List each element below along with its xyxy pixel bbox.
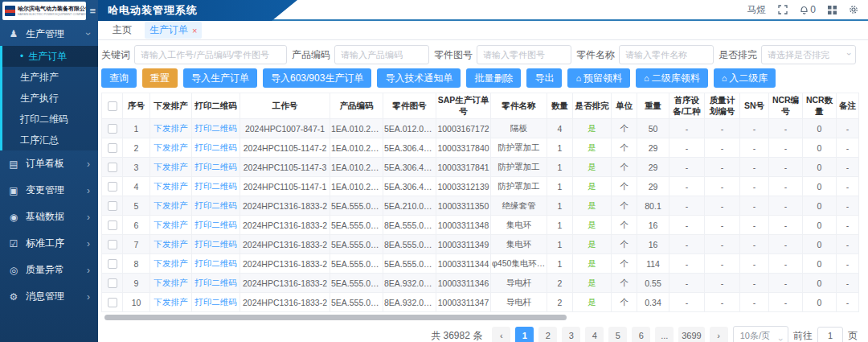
page-number-button[interactable]: ...: [655, 327, 674, 342]
button-label: 入二级库: [729, 72, 768, 85]
sidebar-item-production-mgmt[interactable]: ♟ 生产管理 ›: [0, 22, 98, 46]
secondary-warehouse-in-button[interactable]: ⌂ 入二级库: [714, 68, 776, 88]
row-checkbox[interactable]: [108, 298, 117, 307]
sidebar-item-production-scheduling[interactable]: • 生产排产: [2, 67, 98, 88]
scrollbar-thumb[interactable]: [104, 315, 567, 320]
row-checkbox[interactable]: [108, 220, 117, 230]
part-drawing-no-input[interactable]: [477, 45, 571, 64]
user-menu[interactable]: 马煜: [747, 3, 766, 17]
dispatch-link[interactable]: 下发排产: [154, 239, 188, 249]
keyword-input[interactable]: [134, 45, 287, 64]
dispatch-link[interactable]: 下发排产: [154, 200, 188, 210]
sap-order-no-cell: 10003311347: [436, 293, 491, 312]
query-button[interactable]: 查询: [101, 68, 137, 88]
row-checkbox[interactable]: [108, 278, 117, 288]
fullscreen-icon[interactable]: [778, 5, 788, 14]
print-qr-link[interactable]: 打印二维码: [194, 278, 237, 287]
print-qr-link[interactable]: 打印二维码: [194, 200, 237, 210]
product-code-input[interactable]: [334, 45, 429, 64]
first-equipment-cell: -: [669, 216, 705, 235]
row-checkbox[interactable]: [108, 240, 117, 249]
print-qr-link[interactable]: 打印二维码: [194, 162, 237, 171]
sidebar-menu-list: ▤ 订单看板 › ▣ 变更管理 › ◉ 基础数据 › ☑: [0, 150, 98, 310]
tab-close-icon[interactable]: ×: [192, 26, 197, 35]
table-row: 6 下发排产 打印二维码 2024HPC1316-1833-2 5EA.555.…: [102, 216, 859, 235]
tab-home[interactable]: 主页: [108, 22, 137, 39]
sidebar-item-base-data[interactable]: ◉ 基础数据 ›: [0, 204, 98, 230]
page-number-button[interactable]: 1: [515, 327, 534, 342]
work-no-cell: 2024HPC1316-1833-2: [240, 216, 330, 235]
prev-page-button[interactable]: ‹: [492, 327, 510, 342]
secondary-warehouse-pick-button[interactable]: ⌂ 二级库领料: [636, 68, 708, 88]
dispatch-link[interactable]: 下发排产: [154, 297, 188, 307]
sidebar-item-process-summary[interactable]: • 工序汇总: [2, 130, 98, 150]
print-cell: 打印二维码: [192, 158, 240, 177]
dispatch-link[interactable]: 下发排产: [154, 181, 188, 191]
scheduled-cell: 是: [573, 293, 612, 312]
tab-production-order[interactable]: 生产订单 ×: [145, 22, 202, 39]
dispatch-link[interactable]: 下发排产: [154, 162, 188, 171]
reserve-material-button[interactable]: ⌂ 预留领料: [567, 68, 630, 88]
page-number-button[interactable]: 2: [538, 327, 557, 342]
row-checkbox[interactable]: [108, 124, 117, 134]
system-title-banner: 哈电动装管理系统: [98, 0, 297, 21]
reset-button[interactable]: 重置: [142, 68, 178, 88]
apps-grid-icon[interactable]: [828, 6, 837, 14]
dispatch-link[interactable]: 下发排产: [154, 123, 188, 133]
sidebar-item-production-execution[interactable]: • 生产执行: [2, 88, 98, 109]
dispatch-link[interactable]: 下发排产: [154, 278, 188, 287]
import-tech-notice-button[interactable]: 导入技术通知单: [377, 68, 461, 88]
sidebar-item-message-mgmt[interactable]: ⚙ 消息管理 ›: [0, 283, 98, 310]
sidebar-item-quality-exception[interactable]: ◎ 质量异常 ›: [0, 257, 98, 283]
print-qr-link[interactable]: 打印二维码: [194, 258, 237, 268]
page-number-button[interactable]: 6: [632, 327, 650, 342]
sidebar-item-standard-process[interactable]: ☑ 标准工序 ›: [0, 230, 98, 257]
export-button[interactable]: 导出: [526, 68, 562, 88]
page-size-select[interactable]: 10条/页 ›: [733, 326, 788, 342]
part-name-input[interactable]: [619, 45, 714, 64]
import-production-order-button[interactable]: 导入生产订单: [183, 68, 257, 88]
row-checkbox[interactable]: [108, 182, 117, 192]
page-number-button[interactable]: 5: [608, 327, 627, 342]
sidebar-item-production-order[interactable]: • 生产订单: [2, 46, 98, 67]
production-submenu: • 生产订单 • 生产排产 • 生产执行 • 打印二维码: [0, 46, 98, 150]
dispatch-link[interactable]: 下发排产: [154, 142, 188, 152]
page-number-button[interactable]: 4: [585, 327, 604, 342]
print-qr-link[interactable]: 打印二维码: [194, 220, 237, 229]
print-qr-link[interactable]: 打印二维码: [194, 297, 237, 307]
dispatch-link[interactable]: 下发排产: [154, 258, 188, 268]
menu-collapse-icon[interactable]: ≡: [89, 5, 96, 17]
sidebar-item-order-board[interactable]: ▤ 订单看板 ›: [0, 150, 98, 177]
row-checkbox[interactable]: [108, 143, 117, 153]
print-qr-link[interactable]: 打印二维码: [194, 239, 237, 249]
row-checkbox[interactable]: [108, 201, 117, 211]
scheduled-flag: 是: [588, 200, 596, 210]
sidebar-item-change-mgmt[interactable]: ▣ 变更管理 ›: [0, 177, 98, 204]
print-qr-link[interactable]: 打印二维码: [194, 123, 237, 133]
notification-bell-icon[interactable]: 0: [800, 4, 816, 15]
plan-no-cell: -: [705, 254, 740, 274]
print-qr-link[interactable]: 打印二维码: [194, 142, 237, 152]
print-qr-link[interactable]: 打印二维码: [194, 181, 237, 191]
print-cell: 打印二维码: [192, 274, 240, 293]
scheduled-select[interactable]: [761, 45, 856, 64]
unit-cell: 个: [612, 235, 637, 254]
sap-order-no-cell: 10003312139: [436, 177, 491, 196]
dispatch-link[interactable]: 下发排产: [154, 220, 188, 229]
table-body: 1 下发排产 打印二维码 2024HPC1007-847-1 1EA.010.2…: [102, 119, 859, 312]
seq-cell: 3: [123, 158, 150, 177]
sidebar-item-print-qrcode[interactable]: • 打印二维码: [2, 109, 98, 130]
settings-gear-icon[interactable]: [849, 5, 858, 14]
select-all-checkbox[interactable]: [108, 101, 117, 111]
row-checkbox[interactable]: [108, 259, 117, 269]
page-number-button[interactable]: 3699: [678, 327, 704, 342]
import-603-903-order-button[interactable]: 导入603/903生产订单: [263, 68, 371, 88]
goto-page-input[interactable]: [817, 327, 843, 342]
ncr-no-cell: -: [769, 138, 803, 158]
page-number-button[interactable]: 3: [562, 327, 580, 342]
next-page-button[interactable]: ›: [710, 327, 728, 342]
row-checkbox[interactable]: [108, 163, 117, 172]
seq-cell: 1: [123, 119, 150, 138]
batch-delete-button[interactable]: 批量删除: [466, 68, 521, 88]
seq-cell: 10: [123, 293, 150, 312]
